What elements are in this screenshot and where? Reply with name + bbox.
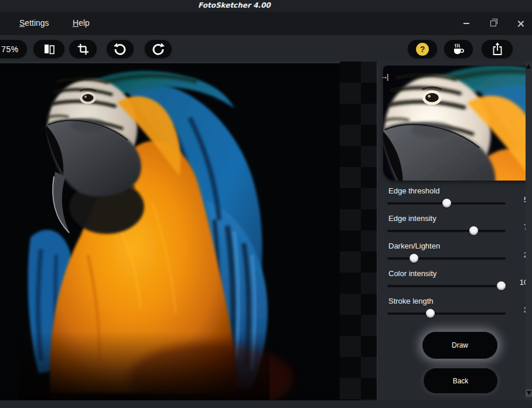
slider-handle[interactable] <box>410 254 418 263</box>
scroll-up-icon[interactable] <box>526 64 531 69</box>
slider-list: Edge threshold 50% Edge intensity 75% Da… <box>377 186 532 324</box>
slider-label: Color intensity <box>388 269 436 278</box>
slider-handle[interactable] <box>426 309 435 318</box>
menu-settings[interactable]: Settings <box>19 18 49 28</box>
bottom-strip <box>0 400 532 408</box>
preview-thumbnail[interactable] <box>383 66 526 181</box>
share-icon <box>491 42 504 56</box>
coffee-button[interactable] <box>444 40 473 58</box>
slider-track[interactable] <box>387 199 506 208</box>
close-icon <box>517 21 524 27</box>
slider-track-bar <box>387 257 506 260</box>
panel-scrollbar[interactable] <box>526 62 532 400</box>
slider-track[interactable] <box>387 254 506 263</box>
slider-track[interactable] <box>387 309 506 318</box>
close-button[interactable] <box>510 12 530 35</box>
parrot-image <box>0 62 377 400</box>
slider-row: Edge threshold 50% <box>377 186 532 214</box>
slider-label: Darken/Lighten <box>388 242 440 250</box>
crop-icon <box>77 43 90 56</box>
collapse-panel-icon[interactable]: →| <box>380 72 387 81</box>
zoom-level-button[interactable]: 75% <box>0 40 27 58</box>
slider-track[interactable] <box>387 226 506 235</box>
settings-panel: →| Edge threshold 50% Edge intensity 75%… <box>377 62 532 400</box>
minimize-button[interactable] <box>456 12 476 35</box>
help-icon: ? <box>416 43 429 56</box>
slider-track-bar <box>387 230 506 232</box>
scroll-down-button[interactable] <box>526 389 532 397</box>
menu-bar: Settings Help <box>0 12 532 36</box>
redo-button[interactable] <box>145 40 172 58</box>
slider-track-bar <box>387 285 506 287</box>
coffee-cup-icon <box>452 42 466 56</box>
minimize-icon <box>463 23 469 24</box>
undo-icon <box>113 42 127 56</box>
image-canvas[interactable] <box>0 62 377 400</box>
title-bar: FotoSketcher 4.00 <box>0 0 532 12</box>
share-button[interactable] <box>482 40 513 58</box>
slider-row: Darken/Lighten 20% <box>377 242 532 269</box>
app-window: FotoSketcher 4.00 Settings Help 75% <box>0 0 532 408</box>
undo-button[interactable] <box>107 40 134 58</box>
slider-track[interactable] <box>387 281 506 290</box>
slider-track-bar <box>387 312 506 315</box>
maximize-button[interactable] <box>483 12 503 35</box>
slider-row: Color intensity 100% <box>377 269 532 297</box>
slider-row: Edge intensity 75% <box>377 214 532 242</box>
draw-button[interactable]: Draw <box>422 332 497 359</box>
restore-icon <box>490 21 496 26</box>
menu-help[interactable]: Help <box>73 18 90 28</box>
slider-handle[interactable] <box>442 199 451 208</box>
slider-label: Edge threshold <box>388 186 439 195</box>
slider-label: Stroke length <box>388 297 434 305</box>
slider-label: Edge intensity <box>388 214 436 223</box>
toolbar: 75% ? <box>0 35 532 62</box>
slider-handle[interactable] <box>469 226 478 235</box>
compare-button[interactable] <box>33 40 64 58</box>
compare-pages-icon <box>42 43 56 56</box>
help-button[interactable]: ? <box>408 40 437 58</box>
back-button[interactable]: Back <box>424 368 497 393</box>
scroll-down-icon <box>527 391 531 395</box>
redo-icon <box>151 42 165 56</box>
crop-button[interactable] <box>69 40 97 58</box>
slider-row: Stroke length 35% <box>377 297 532 324</box>
window-title: FotoSketcher 4.00 <box>198 1 271 9</box>
